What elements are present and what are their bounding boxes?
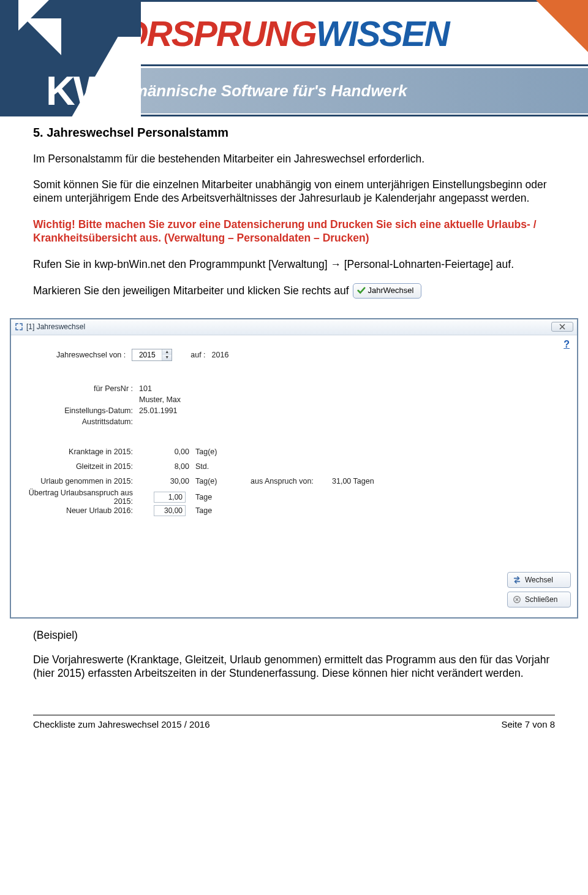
banner-top: VORSPRUNG WISSEN [83,0,588,66]
paragraph-1: Im Personalstamm für die bestehenden Mit… [33,152,555,166]
banner-word-2: WISSEN [316,13,449,54]
dialog-title: [1] Jahreswechsel [26,322,85,331]
kranktage-label: Kranktage in 2015: [20,448,139,456]
uebertrag-label: Übertrag Urlaubsanspruch aus 2015: [20,489,139,506]
paragraph-5: Die Vorjahreswerte (Kranktage, Gleitzeit… [33,653,555,680]
section-heading: 5. Jahreswechsel Personalstamm [33,125,555,141]
kranktage-value: 0,00 [139,448,194,456]
gleitzeit-value: 8,00 [139,462,194,471]
banner-sub: Kaufmännische Software für's Handwerk [83,68,588,113]
expand-icon [15,322,23,331]
jw-from-input[interactable] [132,349,162,360]
close-icon [559,324,565,330]
spinner-down-icon[interactable]: ▼ [162,355,172,360]
urlaub-genommen-unit: Tag(e) [194,477,243,486]
spinner-up-icon[interactable]: ▲ [162,349,172,355]
help-link[interactable]: ? [564,339,570,350]
warning-text: Wichtig! Bitte machen Sie zuvor eine Dat… [33,218,555,245]
banner-corner-decoration [536,0,588,52]
jahrwechsel-button[interactable]: JahrWechsel [353,283,422,299]
neuer-urlaub-label: Neuer Urlaub 2016: [20,506,139,515]
pinwheel-icon [0,0,74,74]
footer-left: Checkliste zum Jahreswechsel 2015 / 2016 [33,719,210,729]
uebertrag-unit: Tage [194,493,243,501]
persname-value: Muster, Max [139,395,181,404]
p4-text: Markieren Sie den jeweiligen Mitarbeiter… [33,284,349,297]
p3-part-a: Rufen Sie in kwp-bnWin.net den Programmp… [33,258,330,270]
gleitzeit-label: Gleitzeit in 2015: [20,462,139,471]
kranktage-unit: Tag(e) [194,448,243,456]
austrittsdatum-label: Austrittsdatum: [20,417,139,426]
einstellungsdatum-value: 25.01.1991 [139,406,178,415]
footer-right: Seite 7 von 8 [501,719,555,729]
wechsel-button[interactable]: Wechsel [507,572,571,588]
dialog-titlebar: [1] Jahreswechsel [11,319,577,335]
dialog-close-button[interactable] [551,322,573,332]
banner-subtitle: Kaufmännische Software für's Handwerk [98,82,407,101]
beispiel-label: (Beispiel) [33,628,555,642]
paragraph-4: Markieren Sie den jeweiligen Mitarbeiter… [33,283,555,299]
schliessen-button-label: Schließen [525,595,557,604]
urlaub-genommen-value: 30,00 [139,477,194,486]
header-banner: VORSPRUNG WISSEN Kaufmännische Software … [0,0,588,116]
gleitzeit-unit: Std. [194,462,243,471]
jw-to-value: 2016 [212,351,229,359]
logo: KWP [0,0,141,116]
einstellungsdatum-label: Einstellungs-Datum: [20,406,139,415]
paragraph-2: Somit können Sie für die einzelnen Mitar… [33,178,555,205]
neuer-urlaub-input[interactable]: 30,00 [154,505,186,516]
uebertrag-input[interactable]: 1,00 [154,492,186,503]
anspruch-value: 31,00 Tagen [332,477,381,486]
check-icon [357,286,366,295]
jw-to-label: auf : [190,351,205,359]
neuer-urlaub-unit: Tage [194,506,243,515]
jw-from-spinner[interactable]: ▲▼ [132,349,172,361]
swap-icon [513,576,521,584]
p3-part-b: [Personal-Lohnarten-Feiertage] auf. [341,258,514,270]
persnr-label: für PersNr : [20,384,139,393]
schliessen-button[interactable]: Schließen [507,592,571,607]
paragraph-3: Rufen Sie in kwp-bnWin.net den Programmp… [33,257,555,271]
anspruch-label: aus Anspruch von: [243,477,332,486]
jahreswechsel-dialog: [1] Jahreswechsel ? Jahreswechsel von : … [10,318,578,619]
urlaub-genommen-label: Urlaub genommen in 2015: [20,477,139,486]
jw-from-label: Jahreswechsel von : [56,351,126,359]
jahrwechsel-button-label: JahrWechsel [368,286,414,296]
close-circle-icon [513,595,521,604]
wechsel-button-label: Wechsel [525,576,553,584]
persnr-value: 101 [139,384,152,393]
